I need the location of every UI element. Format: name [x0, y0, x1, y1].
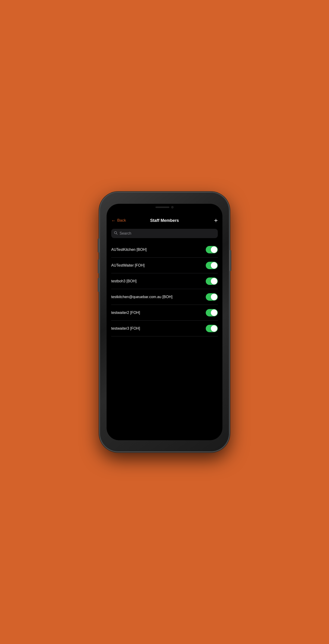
staff-list-item[interactable]: testwaiter2 [FOH] — [111, 305, 218, 320]
toggle-knob — [211, 246, 217, 253]
staff-toggle[interactable] — [206, 293, 218, 301]
staff-toggle[interactable] — [206, 309, 218, 316]
toggle-knob — [211, 294, 217, 300]
staff-name-label: testwaiter3 [FOH] — [111, 326, 140, 330]
phone-outer: ← Back Staff Members + Search AUTestKitc… — [100, 192, 229, 452]
notch-speaker — [155, 206, 169, 208]
staff-toggle[interactable] — [206, 278, 218, 285]
search-container: Search — [107, 227, 222, 242]
notch-camera — [171, 206, 174, 208]
phone-screen: ← Back Staff Members + Search AUTestKitc… — [107, 204, 222, 440]
staff-list-item[interactable]: testboh3 [BOH] — [111, 273, 218, 289]
back-arrow-icon: ← — [111, 218, 116, 223]
staff-name-label: testwaiter2 [FOH] — [111, 311, 140, 315]
staff-toggle[interactable] — [206, 246, 218, 254]
search-bar[interactable]: Search — [111, 229, 218, 238]
notch — [146, 204, 183, 211]
svg-line-1 — [117, 234, 117, 234]
back-label: Back — [117, 218, 126, 223]
staff-name-label: testboh3 [BOH] — [111, 279, 136, 283]
staff-list-item[interactable]: testwaiter3 [FOH] — [111, 320, 218, 336]
staff-name-label: AUTestWaiter [FOH] — [111, 263, 145, 268]
staff-toggle[interactable] — [206, 262, 218, 269]
staff-name-label: testkitchen@queuebar.com.au [BOH] — [111, 295, 172, 299]
staff-toggle[interactable] — [206, 325, 218, 332]
add-button[interactable]: + — [214, 217, 218, 224]
toggle-knob — [211, 278, 217, 284]
back-button[interactable]: ← Back — [111, 218, 126, 223]
staff-list-item[interactable]: AUTestWaiter [FOH] — [111, 258, 218, 273]
toggle-knob — [211, 262, 217, 269]
search-icon — [114, 231, 118, 236]
nav-header: ← Back Staff Members + — [107, 214, 222, 227]
staff-list-item[interactable]: testkitchen@queuebar.com.au [BOH] — [111, 289, 218, 305]
toggle-knob — [211, 325, 217, 332]
staff-list: AUTestKitchen [BOH]AUTestWaiter [FOH]tes… — [107, 242, 222, 440]
search-placeholder: Search — [120, 231, 131, 236]
nav-title: Staff Members — [150, 218, 179, 223]
staff-list-item[interactable]: AUTestKitchen [BOH] — [111, 242, 218, 258]
toggle-knob — [211, 310, 217, 316]
staff-name-label: AUTestKitchen [BOH] — [111, 248, 147, 252]
